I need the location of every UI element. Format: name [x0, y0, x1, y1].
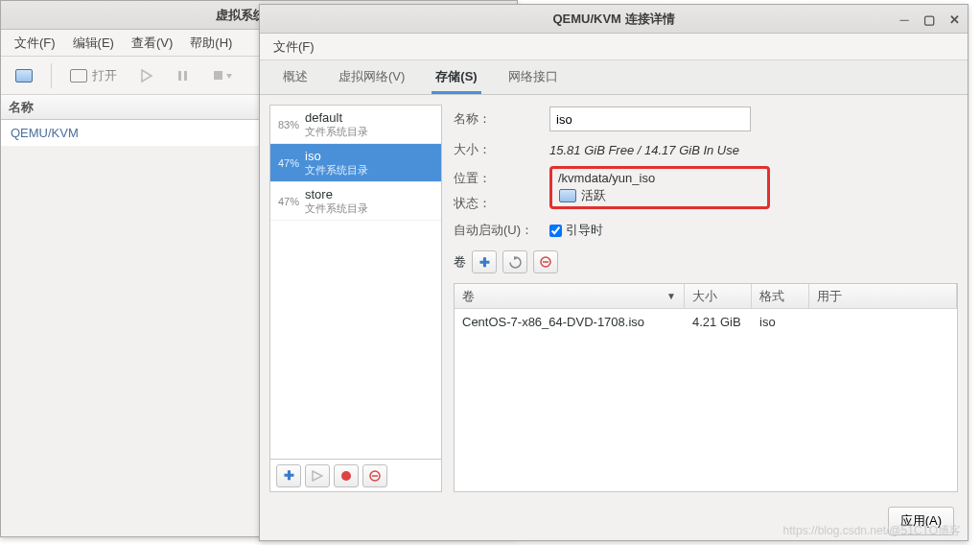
- label-volumes: 卷: [454, 253, 466, 271]
- pool-name-input[interactable]: [549, 107, 751, 131]
- svg-rect-2: [184, 71, 187, 81]
- col-size[interactable]: 大小: [685, 284, 752, 308]
- svg-marker-4: [226, 74, 232, 79]
- volume-row[interactable]: CentOS-7-x86_64-DVD-1708.iso 4.21 GiB is…: [455, 309, 957, 334]
- pool-location-value: /kvmdata/yun_iso: [558, 171, 761, 185]
- menu-file[interactable]: 文件(F): [266, 36, 322, 59]
- pool-size-value: 15.81 GiB Free / 14.17 GiB In Use: [549, 143, 739, 157]
- col-format[interactable]: 格式: [752, 284, 809, 308]
- svg-rect-1: [178, 71, 181, 81]
- cd-tabs: 概述 虚拟网络(V) 存储(S) 网络接口: [260, 60, 968, 95]
- menu-file[interactable]: 文件(F): [7, 32, 63, 55]
- delete-pool-button[interactable]: [362, 464, 387, 487]
- volume-table: 卷▼ 大小 格式 用于 CentOS-7-x86_64-DVD-1708.iso…: [454, 283, 958, 492]
- storage-pool-list: 83% default 文件系统目录 47% iso 文件系统目录: [269, 105, 442, 492]
- stop-dropdown[interactable]: [205, 65, 240, 86]
- state-active-icon: [558, 187, 577, 204]
- label-autostart: 自动启动(U)：: [454, 222, 549, 239]
- new-vm-button[interactable]: [7, 63, 41, 88]
- col-volume[interactable]: 卷▼: [455, 284, 685, 308]
- label-location: 位置：: [454, 170, 549, 187]
- close-icon[interactable]: ✕: [946, 12, 962, 27]
- add-pool-button[interactable]: ✚: [276, 464, 301, 487]
- label-state: 状态：: [454, 195, 549, 212]
- pause-icon[interactable]: [169, 65, 198, 86]
- stop-pool-button[interactable]: [334, 464, 359, 487]
- autostart-value: 引导时: [566, 222, 603, 239]
- tab-virtual-networks[interactable]: 虚拟网络(V): [335, 60, 408, 94]
- svg-point-6: [341, 471, 351, 481]
- cd-titlebar: QEMU/KVM 连接详情 ─ ▢ ✕: [260, 5, 968, 34]
- pool-details: 名称： 大小： 15.81 GiB Free / 14.17 GiB In Us…: [454, 105, 958, 492]
- apply-button[interactable]: 应用(A): [888, 507, 954, 535]
- col-usedby[interactable]: 用于: [809, 284, 957, 308]
- svg-rect-3: [214, 71, 222, 80]
- refresh-volumes-button[interactable]: [502, 250, 527, 273]
- maximize-icon[interactable]: ▢: [922, 12, 937, 27]
- minimize-icon[interactable]: ─: [897, 12, 912, 27]
- tab-overview[interactable]: 概述: [279, 60, 312, 94]
- play-icon[interactable]: [132, 65, 161, 86]
- highlighted-region: /kvmdata/yun_iso 活跃: [549, 166, 770, 209]
- cd-menubar: 文件(F): [260, 34, 968, 60]
- menu-help[interactable]: 帮助(H): [182, 32, 240, 55]
- add-volume-button[interactable]: ✚: [472, 250, 497, 273]
- tab-storage[interactable]: 存储(S): [432, 60, 480, 94]
- pool-state-value: 活跃: [581, 187, 606, 204]
- pool-item-store[interactable]: 47% store 文件系统目录: [270, 182, 441, 221]
- tab-network-interfaces[interactable]: 网络接口: [504, 60, 562, 94]
- menu-edit[interactable]: 编辑(E): [65, 32, 122, 55]
- label-name: 名称：: [454, 110, 549, 128]
- conn-details-window: QEMU/KVM 连接详情 ─ ▢ ✕ 文件(F) 概述 虚拟网络(V) 存储(…: [259, 4, 968, 541]
- autostart-checkbox[interactable]: [549, 225, 562, 237]
- label-size: 大小：: [454, 141, 549, 158]
- svg-marker-5: [313, 471, 322, 481]
- menu-view[interactable]: 查看(V): [124, 32, 180, 55]
- cd-title: QEMU/KVM 连接详情: [260, 11, 968, 28]
- pool-item-default[interactable]: 83% default 文件系统目录: [270, 106, 441, 144]
- svg-marker-0: [142, 70, 152, 82]
- start-pool-button[interactable]: [305, 464, 330, 487]
- open-button[interactable]: 打开: [61, 63, 125, 88]
- delete-volume-button[interactable]: [533, 250, 558, 273]
- pool-item-iso[interactable]: 47% iso 文件系统目录: [270, 144, 441, 182]
